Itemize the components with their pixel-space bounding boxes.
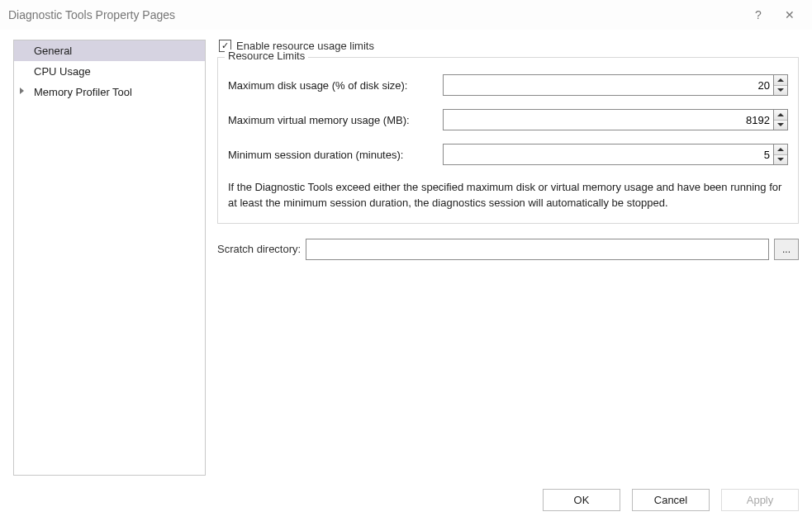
group-title: Resource Limits bbox=[225, 50, 308, 62]
sidebar-item-cpu-usage[interactable]: CPU Usage bbox=[14, 61, 205, 82]
max-vm-label: Maximum virtual memory usage (MB): bbox=[228, 114, 443, 126]
sidebar-item-memory-profiler[interactable]: Memory Profiler Tool bbox=[14, 82, 205, 102]
max-disk-row: Maximum disk usage (% of disk size): bbox=[228, 74, 788, 96]
spin-up-icon[interactable] bbox=[774, 75, 787, 86]
dialog-body: General CPU Usage Memory Profiler Tool E… bbox=[0, 30, 812, 476]
max-disk-spinner-buttons bbox=[773, 74, 788, 96]
spin-down-icon[interactable] bbox=[774, 86, 787, 96]
browse-button[interactable]: ... bbox=[774, 239, 799, 260]
sidebar-item-label: CPU Usage bbox=[34, 65, 91, 78]
min-session-input[interactable] bbox=[443, 144, 773, 165]
min-session-spinner bbox=[443, 144, 788, 165]
max-disk-label: Maximum disk usage (% of disk size): bbox=[228, 79, 443, 92]
min-session-spinner-buttons bbox=[773, 144, 788, 165]
max-vm-row: Maximum virtual memory usage (MB): bbox=[228, 109, 788, 130]
min-session-label: Minimum session duration (minutes): bbox=[228, 149, 443, 161]
window-title: Diagnostic Tools Property Pages bbox=[8, 8, 743, 21]
scratch-directory-label: Scratch directory: bbox=[217, 243, 301, 255]
sidebar: General CPU Usage Memory Profiler Tool bbox=[13, 40, 206, 476]
sidebar-item-label: General bbox=[34, 45, 72, 57]
limits-note: If the Diagnostic Tools exceed either th… bbox=[228, 180, 788, 211]
spin-up-icon[interactable] bbox=[774, 145, 787, 155]
spin-down-icon[interactable] bbox=[774, 121, 787, 130]
chevron-right-icon[interactable] bbox=[20, 88, 24, 94]
help-button[interactable]: ? bbox=[743, 2, 774, 27]
ok-button[interactable]: OK bbox=[543, 489, 620, 511]
max-disk-input[interactable] bbox=[443, 74, 773, 96]
scratch-directory-row: Scratch directory: ... bbox=[217, 239, 799, 260]
sidebar-item-label: Memory Profiler Tool bbox=[34, 86, 132, 98]
scratch-directory-input[interactable] bbox=[306, 239, 769, 260]
min-session-row: Minimum session duration (minutes): bbox=[228, 144, 788, 165]
max-disk-spinner bbox=[443, 74, 788, 96]
spin-up-icon[interactable] bbox=[774, 110, 787, 121]
max-vm-spinner bbox=[443, 109, 788, 130]
max-vm-spinner-buttons bbox=[773, 109, 788, 130]
content-panel: Enable resource usage limits Resource Li… bbox=[217, 40, 799, 476]
spin-down-icon[interactable] bbox=[774, 155, 787, 165]
titlebar: Diagnostic Tools Property Pages ? ✕ bbox=[0, 0, 812, 30]
close-button[interactable]: ✕ bbox=[774, 2, 805, 27]
dialog-buttons: OK Cancel Apply bbox=[0, 476, 812, 511]
cancel-button[interactable]: Cancel bbox=[632, 489, 710, 511]
resource-limits-group: Resource Limits Maximum disk usage (% of… bbox=[217, 57, 799, 224]
sidebar-item-general[interactable]: General bbox=[14, 40, 205, 61]
max-vm-input[interactable] bbox=[443, 109, 773, 130]
apply-button[interactable]: Apply bbox=[721, 489, 799, 511]
